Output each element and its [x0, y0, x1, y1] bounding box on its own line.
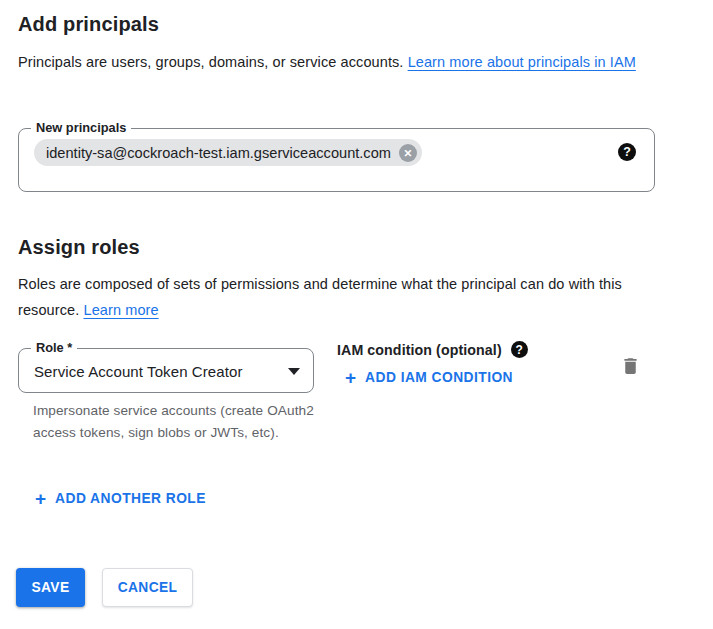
principal-chip[interactable]: identity-sa@cockroach-test.iam.gservicea…	[34, 139, 422, 166]
principals-description: Principals are users, groups, domains, o…	[18, 50, 680, 76]
add-another-role-label: ADD ANOTHER ROLE	[55, 491, 206, 506]
new-principals-help-icon[interactable]: ?	[618, 143, 636, 161]
role-selected-value: Service Account Token Creator	[34, 362, 243, 379]
roles-description: Roles are composed of sets of permission…	[18, 272, 658, 323]
plus-icon: +	[35, 492, 46, 506]
role-label: Role *	[31, 340, 77, 356]
principals-description-text: Principals are users, groups, domains, o…	[18, 54, 408, 70]
new-principals-field[interactable]: New principals identity-sa@cockroach-tes…	[18, 128, 655, 192]
role-helper-text: Impersonate service accounts (create OAu…	[33, 400, 315, 443]
add-iam-condition-label: ADD IAM CONDITION	[365, 370, 513, 385]
plus-icon: +	[345, 371, 356, 385]
iam-condition-header: IAM condition (optional) ?	[337, 341, 528, 358]
cancel-button[interactable]: CANCEL	[102, 568, 193, 607]
learn-more-roles-link[interactable]: Learn more	[83, 302, 158, 318]
role-select[interactable]: Role * Service Account Token Creator	[18, 348, 314, 393]
dropdown-arrow-icon	[288, 368, 300, 375]
iam-condition-label: IAM condition (optional)	[337, 342, 502, 358]
add-another-role-button[interactable]: + ADD ANOTHER ROLE	[31, 489, 210, 508]
trash-icon	[620, 355, 641, 377]
principal-chip-value: identity-sa@cockroach-test.iam.gservicea…	[46, 145, 391, 161]
delete-role-button[interactable]	[616, 352, 644, 380]
new-principals-label: New principals	[31, 120, 131, 136]
save-button[interactable]: SAVE	[16, 568, 85, 607]
remove-principal-icon[interactable]: ✕	[399, 144, 417, 162]
page-title: Add principals	[18, 11, 159, 37]
add-principals-panel: Add principals Principals are users, gro…	[0, 0, 713, 629]
assign-roles-title: Assign roles	[18, 234, 140, 260]
learn-more-principals-link[interactable]: Learn more about principals in IAM	[408, 54, 636, 70]
add-iam-condition-button[interactable]: + ADD IAM CONDITION	[341, 368, 517, 387]
iam-condition-help-icon[interactable]: ?	[511, 341, 528, 358]
